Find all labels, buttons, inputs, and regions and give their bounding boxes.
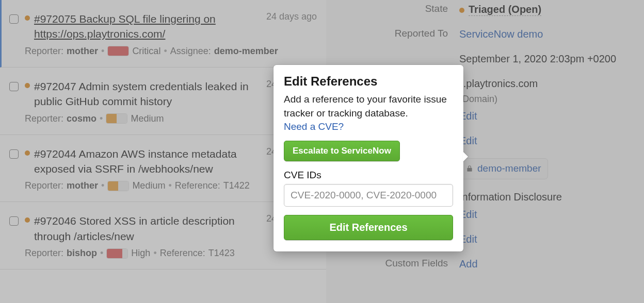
field-label-reported-to: Reported To bbox=[341, 27, 459, 41]
issue-title[interactable]: #972046 Stored XSS in article descriptio… bbox=[34, 213, 256, 244]
status-dot-icon bbox=[25, 83, 30, 88]
issue-title[interactable]: #972044 Amazon AWS instance metadata exp… bbox=[34, 146, 256, 177]
reference-value: T1422 bbox=[223, 180, 250, 191]
severity-label: Medium bbox=[132, 180, 165, 191]
field-label-custom-fields: Custom Fields bbox=[341, 257, 459, 271]
severity-icon bbox=[106, 248, 128, 259]
cve-ids-label: CVE IDs bbox=[284, 170, 453, 181]
reporter-value: cosmo bbox=[67, 113, 96, 124]
severity-icon bbox=[107, 46, 129, 56]
status-dot-icon bbox=[25, 15, 30, 21]
reporter-label: Reporter: bbox=[25, 180, 63, 191]
checkbox[interactable] bbox=[9, 216, 19, 226]
field-label-state: State bbox=[341, 2, 459, 16]
severity-icon bbox=[107, 181, 129, 191]
issue-title[interactable]: #972075 Backup SQL file lingering on htt… bbox=[34, 11, 256, 42]
checkbox[interactable] bbox=[9, 149, 19, 159]
assignee-tag-label: demo-member bbox=[477, 162, 541, 176]
popover-description: Add a reference to your favorite issue t… bbox=[284, 93, 453, 120]
asset-value: *.playtronics.com bbox=[459, 76, 538, 91]
popover-title: Edit References bbox=[284, 74, 453, 89]
cve-ids-input[interactable] bbox=[284, 184, 453, 207]
reported-date: September 1, 2020 2:03pm +0200 bbox=[459, 52, 616, 66]
reporter-value: mother bbox=[67, 180, 98, 191]
reporter-label: Reporter: bbox=[25, 248, 63, 259]
issue-title[interactable]: #972047 Admin system credentials leaked … bbox=[34, 79, 256, 109]
state-value[interactable]: Triaged (Open) bbox=[469, 4, 541, 16]
severity-label: Critical bbox=[132, 46, 160, 57]
edit-asset-link[interactable]: Edit bbox=[459, 109, 538, 123]
edit-weakness-link[interactable]: Edit bbox=[459, 207, 562, 222]
asset-type: (Domain) bbox=[459, 93, 538, 106]
reporter-label: Reporter: bbox=[25, 46, 63, 57]
lock-icon bbox=[466, 165, 473, 172]
severity-icon bbox=[106, 113, 127, 124]
reporter-value: bishop bbox=[67, 248, 97, 259]
issue-age: 24 days ago bbox=[266, 11, 317, 22]
weakness-value: Information Disclosure bbox=[459, 190, 562, 204]
reported-to-link[interactable]: ServiceNow demo bbox=[459, 27, 543, 41]
severity-label: High bbox=[131, 248, 150, 259]
reference-value: T1423 bbox=[208, 248, 235, 259]
reporter-label: Reporter: bbox=[25, 113, 63, 124]
status-dot-icon bbox=[459, 8, 464, 13]
status-dot-icon bbox=[25, 217, 30, 223]
reporter-value: mother bbox=[67, 46, 98, 57]
edit-references-popover: Edit References Add a reference to your … bbox=[273, 65, 463, 251]
assignee-label: Assignee: bbox=[170, 46, 211, 57]
checkbox[interactable] bbox=[9, 14, 19, 24]
checkbox[interactable] bbox=[9, 82, 19, 91]
edit-references-button[interactable]: Edit References bbox=[284, 215, 453, 240]
severity-label: Medium bbox=[131, 113, 164, 124]
status-dot-icon bbox=[25, 150, 30, 156]
assignee-value: demo-member bbox=[214, 46, 278, 57]
issue-row[interactable]: #972075 Backup SQL file lingering on htt… bbox=[0, 0, 326, 68]
need-cve-link[interactable]: Need a CVE? bbox=[284, 121, 344, 132]
assignee-tag[interactable]: demo-member bbox=[459, 158, 548, 179]
add-custom-field-link[interactable]: Add bbox=[459, 257, 478, 271]
reference-label: Reference: bbox=[160, 248, 205, 259]
reference-label: Reference: bbox=[175, 180, 220, 191]
escalate-button[interactable]: Escalate to ServiceNow bbox=[284, 141, 400, 161]
